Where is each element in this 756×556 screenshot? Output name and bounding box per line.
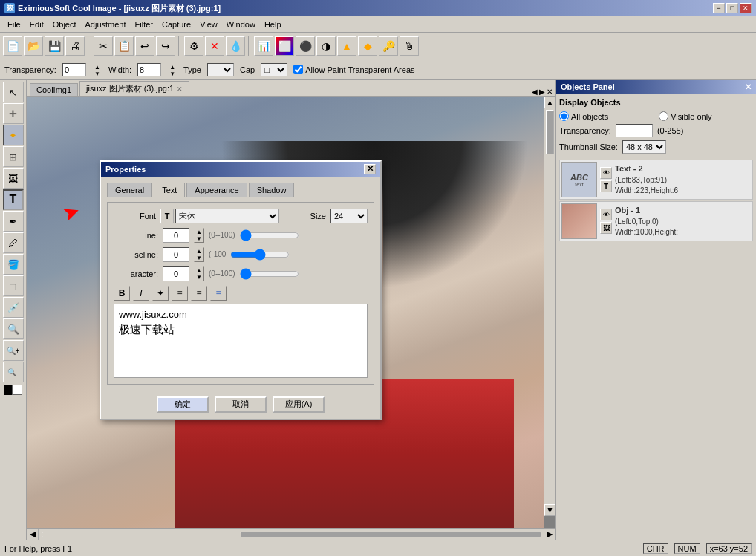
menu-view[interactable]: View [195, 19, 222, 30]
tab-shadow[interactable]: Shadow [249, 183, 295, 197]
tab-coolimg[interactable]: CoolImg1 [30, 83, 78, 96]
print-button[interactable]: 🖨 [65, 36, 85, 56]
italic-button[interactable]: I [133, 286, 149, 301]
all-objects-radio[interactable] [559, 111, 569, 121]
scroll-left-button[interactable]: ◀ [27, 529, 39, 540]
menu-help[interactable]: Help [260, 19, 286, 30]
brush-tool[interactable]: 🖊 [3, 232, 24, 253]
bold-button[interactable]: B [114, 286, 130, 301]
scroll-track[interactable] [42, 532, 541, 537]
baseline-input[interactable] [163, 247, 189, 262]
zoom-tool[interactable]: 🔍 [3, 318, 24, 339]
all-objects-option[interactable]: All objects [559, 111, 608, 121]
transparency-spin[interactable]: ▲ ▼ [92, 63, 102, 76]
save-button[interactable]: 💾 [45, 36, 64, 56]
obj-visible-icon-text2[interactable]: 👁 [600, 167, 612, 179]
thumbnail-size-select[interactable]: 48 x 48 32 x 32 64 x 64 [622, 140, 666, 154]
panel-close-button[interactable]: ✕ [745, 82, 752, 92]
tab-main-image[interactable]: jisuxz 图片素材 (3).jpg:1 ✕ [79, 81, 189, 96]
baseline-spin-down[interactable]: ▼ [195, 255, 203, 261]
new-button[interactable]: 📄 [3, 36, 22, 56]
canvas-scroll[interactable]: ▲ ▼ ➤ Properties [27, 97, 555, 528]
text-tool[interactable]: T [3, 189, 24, 210]
horizontal-scrollbar[interactable]: ◀ ▶ [27, 528, 555, 540]
align-center-button[interactable]: ≡ [191, 286, 207, 301]
line-spin-down[interactable]: ▼ [195, 235, 203, 242]
size-select[interactable]: 24 [330, 209, 368, 223]
confirm-button[interactable]: 确定 [157, 396, 209, 413]
undo-button[interactable]: ↩ [135, 36, 154, 56]
object-item-obj1[interactable]: 👁 🖼 Obj - 1 (Left:0,Top:0) Width:1000,He… [559, 201, 753, 241]
close-button[interactable]: ✕ [740, 3, 752, 13]
pen-tool[interactable]: ✒ [3, 211, 24, 232]
menu-filter[interactable]: Filter [131, 19, 157, 30]
obj-visible-icon-obj1[interactable]: 👁 [600, 209, 612, 220]
width-spin[interactable]: ▲ ▼ [167, 63, 177, 76]
menu-capture[interactable]: Capture [157, 19, 195, 30]
tab-nav-prev[interactable]: ◀ [532, 88, 538, 96]
type-select[interactable]: — [207, 63, 234, 76]
maximize-button[interactable]: □ [726, 3, 738, 13]
char-spin-down[interactable]: ▼ [195, 274, 203, 281]
transparent-checkbox-label[interactable]: Allow Paint Transparent Areas [293, 65, 414, 74]
tab-nav-close[interactable]: ✕ [547, 88, 553, 96]
obj-type-icon-text2[interactable]: T [600, 180, 612, 192]
chart-button[interactable]: 📊 [254, 36, 273, 56]
tab-close-button[interactable]: ✕ [177, 85, 183, 93]
obj-type-icon-obj1[interactable]: 🖼 [600, 222, 612, 234]
scroll-right-button[interactable]: ▶ [544, 529, 555, 540]
menu-edit[interactable]: Edit [25, 19, 48, 30]
font-select[interactable]: 宋体 [175, 209, 279, 223]
fill-tool[interactable]: 🪣 [3, 254, 24, 275]
line-spin[interactable]: ▲ ▼ [194, 228, 204, 243]
scroll-down-button[interactable]: ▼ [544, 504, 555, 516]
text-content-box[interactable]: www.jisuxz.com 极速下载站 [114, 304, 368, 378]
char-slider[interactable] [240, 268, 299, 280]
open-button[interactable]: 📂 [24, 36, 43, 56]
zoom-out-tool[interactable]: 🔍- [3, 362, 24, 382]
eraser-tool[interactable]: ◻ [3, 275, 24, 296]
panel-transparency-input[interactable] [616, 124, 653, 137]
image-tool[interactable]: 🖼 [3, 168, 24, 189]
tab-nav-next[interactable]: ▶ [539, 88, 545, 96]
color-button[interactable]: ⬜ [275, 36, 294, 56]
dialog-close-button[interactable]: ✕ [364, 164, 376, 174]
width-spin-up[interactable]: ▲ [168, 64, 177, 71]
spin-down[interactable]: ▼ [93, 71, 102, 77]
line-spin-up[interactable]: ▲ [195, 229, 203, 235]
menu-window[interactable]: Window [222, 19, 260, 30]
dialog-title-bar[interactable]: Properties ✕ [101, 162, 380, 177]
scroll-up-button[interactable]: ▲ [544, 97, 555, 108]
special-button[interactable]: ✦ [152, 286, 169, 301]
zoom-in-tool[interactable]: 🔍+ [3, 340, 24, 361]
cursor-button[interactable]: 🖱 [400, 36, 419, 56]
apply-button[interactable]: 应用(A) [273, 396, 325, 413]
key-button[interactable]: 🔑 [379, 36, 398, 56]
align-right-button[interactable]: ≡ [210, 286, 227, 301]
char-spin[interactable]: ▲ ▼ [194, 266, 204, 281]
sun-tool[interactable]: ✦ [3, 125, 24, 145]
brightness-button[interactable]: ◑ [316, 36, 336, 56]
width-input[interactable] [137, 63, 161, 76]
redo-button[interactable]: ↪ [156, 36, 175, 56]
triangle-button[interactable]: ▲ [337, 36, 356, 56]
object-item-text2[interactable]: ABC text 👁 T Text - 2 (Left:83,Top:91) W… [559, 160, 753, 200]
color-swatch[interactable] [4, 385, 22, 395]
cancel-button[interactable]: ✕ [205, 36, 224, 56]
select-tool[interactable]: ↖ [3, 82, 24, 102]
transparent-checkbox[interactable] [293, 65, 303, 74]
tab-nav[interactable]: ◀ ▶ ✕ [532, 88, 553, 96]
transparency-input[interactable] [62, 63, 86, 76]
grid-tool[interactable]: ⊞ [3, 146, 24, 167]
baseline-slider[interactable] [230, 249, 290, 261]
visible-only-option[interactable]: Visible only [659, 111, 711, 121]
char-input[interactable] [163, 266, 189, 281]
menu-object[interactable]: Object [48, 19, 81, 30]
cut-button[interactable]: ✂ [94, 36, 113, 56]
cap-select[interactable]: □ [261, 63, 287, 76]
cancel-button[interactable]: 取消 [215, 396, 267, 413]
copy-button[interactable]: 📋 [114, 36, 134, 56]
circle-button[interactable]: ⚫ [296, 36, 315, 56]
baseline-spin[interactable]: ▲ ▼ [194, 247, 204, 262]
spin-up[interactable]: ▲ [93, 64, 102, 71]
